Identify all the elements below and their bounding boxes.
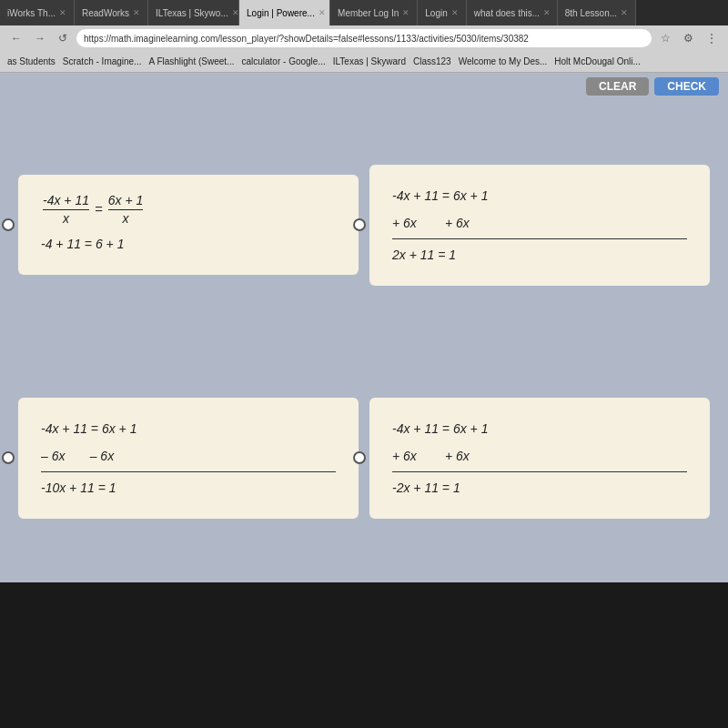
tab-close-icon[interactable]: ✕ [133,8,140,17]
bookmark-star-icon[interactable]: ☆ [657,30,674,46]
tab-close-icon[interactable]: ✕ [232,8,239,17]
bookmark-class123[interactable]: Class123 [413,56,451,66]
action-bar: CLEAR CHECK [0,73,728,100]
card-a-wrapper: -4x + 11 x = 6x + 1 x -4 + 11 = 6 + 1 [18,114,359,336]
card-a-line2: -4 + 11 = 6 + 1 [41,231,336,257]
check-button[interactable]: CHECK [654,77,719,96]
bookmark-as-students[interactable]: as Students [7,56,56,66]
card-d-line2: + 6x + 6x [392,443,687,472]
card-c-wrapper: -4x + 11 = 6x + 1 – 6x – 6x -10x + 11 = … [18,347,359,569]
card-d[interactable]: -4x + 11 = 6x + 1 + 6x + 6x -2x + 11 = 1 [369,398,710,519]
tab-close-icon[interactable]: ✕ [543,8,551,17]
tab-close-icon[interactable]: ✕ [621,8,628,17]
address-bar[interactable]: https://math.imaginelearning.com/lesson_… [76,29,652,47]
card-b-line1: -4x + 11 = 6x + 1 [392,183,687,208]
laptop-bezel: ← ↺ □ ◫ ○ □ ⊞ [0,582,728,728]
card-a-content: -4x + 11 x = 6x + 1 x -4 + 11 = 6 + 1 [41,193,336,258]
card-d-wrapper: -4x + 11 = 6x + 1 + 6x + 6x -2x + 11 = 1 [369,347,710,569]
tab-bar: iWorks Th... ✕ ReadWorks ✕ ILTexas | Sky… [0,0,728,25]
radio-a[interactable] [2,218,15,231]
tab-close-icon[interactable]: ✕ [402,8,410,17]
card-b-wrapper: -4x + 11 = 6x + 1 + 6x + 6x 2x + 11 = 1 [369,114,710,336]
radio-b-container [353,218,366,231]
bookmark-holt[interactable]: Holt McDougal Onli... [554,56,640,66]
reload-button[interactable]: ↺ [55,30,71,46]
menu-icon[interactable]: ⋮ [703,30,721,46]
omnibar: ← → ↺ https://math.imaginelearning.com/l… [0,25,728,51]
tab-member-login[interactable]: Member Log In ✕ [330,0,418,25]
card-d-content: -4x + 11 = 6x + 1 + 6x + 6x -2x + 11 = 1 [392,416,687,500]
card-b-content: -4x + 11 = 6x + 1 + 6x + 6x 2x + 11 = 1 [392,183,687,268]
radio-b[interactable] [353,218,366,231]
card-b-line2: + 6x + 6x [392,210,687,239]
bookmark-calculator[interactable]: calculator - Google... [241,56,325,66]
card-c-line3: -10x + 11 = 1 [41,475,336,500]
tab-iltexas[interactable]: ILTexas | Skywo... ✕ [148,0,239,25]
radio-c-container [2,451,15,464]
card-b[interactable]: -4x + 11 = 6x + 1 + 6x + 6x 2x + 11 = 1 [369,165,710,286]
tab-iworks[interactable]: iWorks Th... ✕ [0,0,75,25]
tab-what-does[interactable]: what does this... ✕ [467,0,558,25]
card-b-line3: 2x + 11 = 1 [392,242,687,268]
bookmark-iltexas[interactable]: ILTexas | Skyward [333,56,406,66]
card-c-line1: -4x + 11 = 6x + 1 [41,416,336,441]
tab-close-icon[interactable]: ✕ [318,8,326,17]
tab-login-powere[interactable]: Login | Powere... ✕ [239,0,330,25]
bookmark-flashlight[interactable]: A Flashlight (Sweet... [149,56,235,66]
clear-button[interactable]: CLEAR [586,77,649,96]
back-button[interactable]: ← [7,30,25,46]
bookmark-scratch[interactable]: Scratch - Imagine... [63,56,142,66]
forward-button[interactable]: → [31,30,49,46]
radio-d-container [353,451,366,464]
tab-login[interactable]: Login ✕ [418,0,466,25]
card-c-line2: – 6x – 6x [41,443,336,472]
tab-8th-lesson[interactable]: 8th Lesson... ✕ [558,0,636,25]
card-c-content: -4x + 11 = 6x + 1 – 6x – 6x -10x + 11 = … [41,416,336,500]
content-area: -4x + 11 x = 6x + 1 x -4 + 11 = 6 + 1 [0,100,728,582]
radio-c[interactable] [2,451,15,464]
tab-close-icon[interactable]: ✕ [59,8,66,17]
card-d-line3: -2x + 11 = 1 [392,475,687,500]
extensions-icon[interactable]: ⚙ [680,30,697,46]
fraction-numerator-rhs: 6x + 1 x [108,193,144,227]
browser-chrome: iWorks Th... ✕ ReadWorks ✕ ILTexas | Sky… [0,0,728,73]
card-c[interactable]: -4x + 11 = 6x + 1 – 6x – 6x -10x + 11 = … [18,398,359,519]
radio-d[interactable] [353,451,366,464]
fraction-numerator-lhs: -4x + 11 x [43,193,89,227]
taskbar: ← ↺ □ ◫ ○ □ ⊞ [210,721,518,728]
tab-readworks[interactable]: ReadWorks ✕ [75,0,148,25]
radio-a-container [2,218,15,231]
tab-close-icon[interactable]: ✕ [451,8,459,17]
card-a[interactable]: -4x + 11 x = 6x + 1 x -4 + 11 = 6 + 1 [18,175,359,276]
bookmark-welcome[interactable]: Welcome to My Des... [459,56,548,66]
card-d-line1: -4x + 11 = 6x + 1 [392,416,687,441]
bookmarks-bar: as Students Scratch - Imagine... A Flash… [0,51,728,73]
